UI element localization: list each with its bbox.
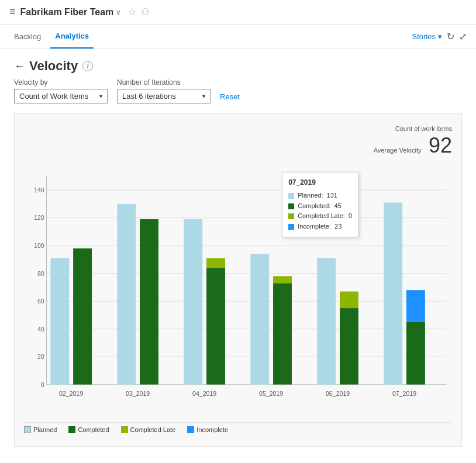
legend-completed: Completed [68,426,109,433]
team-chevron-icon[interactable]: ∨ [116,8,121,16]
tooltip-planned-row: Planned: 131 [288,191,352,201]
chart-meta-sublabel: Average Velocity [374,147,422,154]
svg-text:80: 80 [37,270,44,277]
tooltip-completed-value: 45 [334,201,341,212]
tooltip-incomplete-value: 23 [334,222,342,232]
svg-text:0: 0 [41,381,44,388]
nav-analytics[interactable]: Analytics [50,25,94,49]
svg-rect-37 [406,322,425,385]
team-icon[interactable]: ⚇ [141,6,149,18]
svg-rect-34 [340,292,358,309]
tooltip-completed-swatch [288,203,294,209]
svg-rect-18 [50,258,69,385]
chart-legend: Planned Completed Completed Late Incompl… [24,422,452,437]
legend-completed-late-label: Completed Late [130,426,176,433]
legend-incomplete-swatch [187,426,194,433]
tooltip-incomplete-label: Incomplete: [298,222,331,232]
legend-completed-late-swatch [121,426,128,433]
svg-rect-32 [317,258,336,385]
svg-text:02_2019: 02_2019 [59,390,83,397]
svg-rect-29 [273,283,292,384]
tooltip-completed-late-label: Completed Late: [298,211,345,222]
reset-button[interactable]: Reset [220,90,240,103]
chart-meta: Count of work items Average Velocity 92 [24,123,452,158]
svg-text:40: 40 [37,326,44,333]
svg-text:04_2019: 04_2019 [192,390,216,397]
svg-rect-24 [184,219,202,385]
chart-tooltip: 07_2019 Planned: 131 Completed: 45 Compl… [282,172,358,237]
velocity-by-filter: Velocity by Count of Work Items ▾ [14,78,108,103]
refresh-button[interactable]: ↻ [447,31,454,42]
chart-meta-label: Count of work items [395,125,452,132]
tooltip-planned-label: Planned: [298,191,323,201]
legend-planned-label: Planned [33,426,57,433]
svg-rect-21 [117,204,136,385]
svg-rect-28 [250,254,269,384]
svg-rect-22 [140,219,158,385]
nav-backlog[interactable]: Backlog [9,25,46,48]
tooltip-planned-value: 131 [327,191,337,201]
tooltip-completed-label: Completed: [298,201,330,212]
filters-row: Velocity by Count of Work Items ▾ Number… [14,78,462,103]
app-logo-icon: ≡ [9,6,16,18]
svg-text:07_2019: 07_2019 [392,390,416,397]
tooltip-completed-late-swatch [288,213,294,219]
favorite-icon[interactable]: ☆ [128,6,136,18]
stories-dropdown-button[interactable]: Stories ▾ [412,32,442,41]
iterations-dropdown[interactable]: Last 6 iterations ▾ [117,89,211,103]
tooltip-completed-row: Completed: 45 [288,201,352,212]
svg-rect-25 [206,268,225,385]
svg-text:140: 140 [34,186,44,194]
tooltip-title: 07_2019 [288,177,352,188]
legend-incomplete: Incomplete [187,426,228,433]
svg-rect-38 [406,290,425,322]
stories-label: Stories [412,32,436,41]
svg-rect-33 [340,308,358,385]
velocity-by-chevron-icon: ▾ [99,93,102,99]
svg-text:03_2019: 03_2019 [126,390,150,397]
stories-chevron-icon: ▾ [438,32,442,41]
chart-container: 07_2019 Planned: 131 Completed: 45 Compl… [24,160,452,417]
svg-text:05_2019: 05_2019 [259,390,283,397]
chart-area: Count of work items Average Velocity 92 … [14,113,462,447]
legend-completed-late: Completed Late [121,426,176,433]
help-button[interactable]: i [82,61,93,71]
svg-text:06_2019: 06_2019 [326,390,350,397]
velocity-by-value: Count of Work Items [19,92,88,101]
iterations-filter: Number of Iterations Last 6 iterations ▾ [117,78,211,103]
back-button[interactable]: ← [14,60,25,72]
svg-text:60: 60 [37,298,44,305]
svg-rect-26 [206,258,225,268]
svg-rect-36 [384,203,402,385]
tooltip-completed-late-value: 0 [349,211,352,222]
nav-bar: Backlog Analytics Stories ▾ ↻ ⤢ [0,25,476,49]
svg-rect-30 [273,276,292,283]
iterations-chevron-icon: ▾ [202,93,205,99]
tooltip-planned-swatch [288,193,294,199]
svg-text:20: 20 [37,353,44,360]
iterations-value: Last 6 iterations [122,92,176,101]
expand-button[interactable]: ⤢ [459,31,467,42]
tooltip-completed-late-row: Completed Late: 0 [288,211,352,222]
page-title: Velocity [29,58,78,74]
app-header: ≡ Fabrikam Fiber Team ∨ ☆ ⚇ [0,0,476,25]
svg-text:100: 100 [34,242,44,249]
team-name: Fabrikam Fiber Team [20,7,114,18]
legend-planned-swatch [24,426,31,433]
bar-chart: 02040608010012014002_201903_201904_20190… [24,160,452,417]
velocity-by-label: Velocity by [14,78,108,87]
tooltip-incomplete-swatch [288,224,294,230]
tooltip-incomplete-row: Incomplete: 23 [288,222,352,232]
legend-completed-label: Completed [78,426,109,433]
svg-rect-19 [73,248,92,385]
iterations-label: Number of Iterations [117,78,211,87]
main-content: ← Velocity i Velocity by Count of Work I… [0,49,476,456]
legend-planned: Planned [24,426,57,433]
back-row: ← Velocity i [14,58,462,74]
chart-average-value: 92 [429,133,452,158]
velocity-by-dropdown[interactable]: Count of Work Items ▾ [14,89,108,103]
legend-incomplete-label: Incomplete [196,426,228,433]
svg-text:120: 120 [34,214,44,221]
legend-completed-swatch [68,426,75,433]
